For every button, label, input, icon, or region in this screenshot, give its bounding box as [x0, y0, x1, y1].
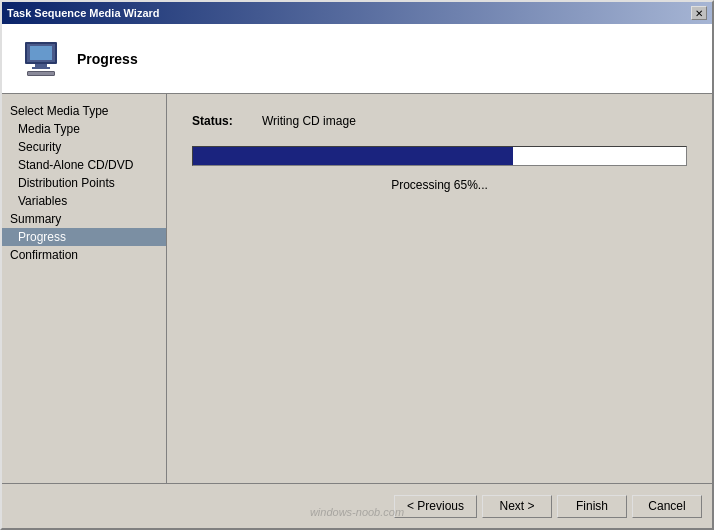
- main-window: Task Sequence Media Wizard ✕ Progress Se…: [0, 0, 714, 530]
- status-value: Writing CD image: [262, 114, 356, 128]
- next-button[interactable]: Next >: [482, 495, 552, 518]
- monitor-base: [32, 67, 50, 69]
- page-title: Progress: [77, 51, 138, 67]
- sidebar-item-summary[interactable]: Summary: [2, 210, 166, 228]
- window-title: Task Sequence Media Wizard: [7, 7, 160, 19]
- finish-button[interactable]: Finish: [557, 495, 627, 518]
- progress-text: Processing 65%...: [192, 178, 687, 192]
- wizard-icon: [17, 35, 65, 83]
- sidebar-item-variables[interactable]: Variables: [2, 192, 166, 210]
- sidebar-item-distribution-points[interactable]: Distribution Points: [2, 174, 166, 192]
- close-button[interactable]: ✕: [691, 6, 707, 20]
- sidebar-item-media-type[interactable]: Media Type: [2, 120, 166, 138]
- sidebar-item-progress[interactable]: Progress: [2, 228, 166, 246]
- status-row: Status: Writing CD image: [192, 114, 687, 128]
- sidebar-item-standalone-cd[interactable]: Stand-Alone CD/DVD: [2, 156, 166, 174]
- sidebar: Select Media Type Media Type Security St…: [2, 94, 167, 483]
- monitor-shape: [25, 42, 57, 64]
- sidebar-item-security[interactable]: Security: [2, 138, 166, 156]
- keyboard-shape: [27, 71, 55, 76]
- sidebar-item-confirmation[interactable]: Confirmation: [2, 246, 166, 264]
- cancel-button[interactable]: Cancel: [632, 495, 702, 518]
- footer-area: < Previous Next > Finish Cancel: [2, 483, 712, 528]
- status-label: Status:: [192, 114, 252, 128]
- body-area: Select Media Type Media Type Security St…: [2, 94, 712, 483]
- progress-bar-fill: [193, 147, 513, 165]
- sidebar-section-select-media: Select Media Type: [2, 102, 166, 120]
- main-content: Status: Writing CD image Processing 65%.…: [167, 94, 712, 483]
- monitor-screen: [30, 46, 52, 60]
- title-bar: Task Sequence Media Wizard ✕: [2, 2, 712, 24]
- header-area: Progress: [2, 24, 712, 94]
- progress-bar-container: [192, 146, 687, 166]
- previous-button[interactable]: < Previous: [394, 495, 477, 518]
